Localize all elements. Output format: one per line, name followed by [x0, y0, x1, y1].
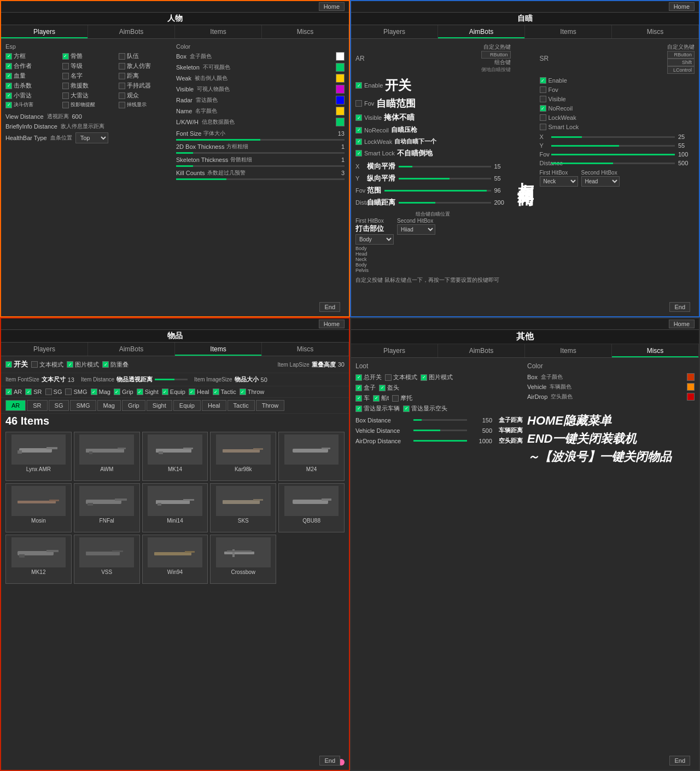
- item-dist-slider[interactable]: [155, 379, 188, 380]
- cb-sr[interactable]: SR: [25, 389, 42, 395]
- ar-lockweak-cb[interactable]: [355, 138, 362, 145]
- sr-x-slider[interactable]: [551, 136, 675, 138]
- ar-visible-cb[interactable]: [355, 114, 362, 121]
- item-mini14[interactable]: Mini14: [142, 483, 208, 532]
- cb-mingzi[interactable]: 名字: [62, 72, 118, 80]
- items-textmode[interactable]: 文本模式: [31, 361, 63, 369]
- cb-guanzhong[interactable]: 观众: [119, 91, 174, 100]
- cb-sight[interactable]: Sight: [137, 389, 159, 395]
- item-mk12[interactable]: MK12: [5, 535, 72, 584]
- cb-direnfanhai[interactable]: 敌人仿害: [119, 62, 174, 70]
- cb-duiwei[interactable]: 队伍: [119, 52, 174, 60]
- cb-tactic[interactable]: Tactic: [213, 389, 236, 395]
- item-vss[interactable]: VSS: [74, 535, 140, 584]
- cb-dengji[interactable]: 等级: [62, 62, 118, 70]
- tab-players-p4[interactable]: Players: [351, 344, 438, 357]
- sr-shift-badge[interactable]: Shift: [667, 59, 695, 66]
- cb-fangkuang[interactable]: 方框: [5, 52, 61, 60]
- cb-smg[interactable]: SMG: [65, 389, 87, 395]
- cb-daleida[interactable]: 大雷达: [62, 91, 118, 100]
- swatch-radar[interactable]: [336, 96, 345, 105]
- tab-players-p2[interactable]: Players: [351, 25, 438, 38]
- swatch-skeleton[interactable]: [336, 63, 345, 72]
- item-m24[interactable]: M24: [278, 432, 345, 481]
- tab-miscs-p1[interactable]: Miscs: [262, 25, 349, 38]
- swatch-lkwh[interactable]: [336, 118, 345, 126]
- sr-lockweak-cb[interactable]: [540, 114, 546, 121]
- cattab-ar[interactable]: AR: [5, 400, 26, 411]
- item-mosin[interactable]: Mosin: [5, 483, 72, 532]
- tab-miscs-p2[interactable]: Miscs: [612, 25, 699, 38]
- cb-che[interactable]: 车: [355, 394, 370, 402]
- cb-shouchiwuqi[interactable]: 手持武器: [119, 82, 174, 90]
- items-enable[interactable]: 开关: [5, 360, 28, 369]
- airdrop-dist-slider[interactable]: [413, 440, 467, 442]
- item-awm[interactable]: AWM: [74, 432, 140, 481]
- swatch-miscs-airdrop[interactable]: [687, 393, 695, 401]
- cb-ar[interactable]: AR: [5, 389, 22, 395]
- ar-enable-cb[interactable]: [355, 82, 362, 89]
- home-button-p2[interactable]: Home: [669, 2, 695, 11]
- cattab-mag[interactable]: Mag: [97, 400, 121, 411]
- tab-aimbots-p1[interactable]: AimBots: [88, 25, 175, 38]
- ar-x-slider[interactable]: [399, 166, 491, 167]
- cb-l-textmode[interactable]: 文本模式: [385, 373, 417, 381]
- rbtn-badge[interactable]: RButton: [481, 51, 511, 59]
- cb-leidaxianshiche[interactable]: 雷达显示车辆: [355, 404, 400, 413]
- tab-players-p1[interactable]: Players: [1, 25, 88, 38]
- tab-aimbots-p4[interactable]: AimBots: [438, 344, 525, 357]
- cattab-sg[interactable]: SG: [49, 400, 69, 411]
- sr-norecoil-cb[interactable]: [540, 105, 546, 112]
- home-button-p3[interactable]: Home: [319, 320, 345, 328]
- cb-l-imgmode[interactable]: 图片模式: [421, 373, 453, 381]
- cb-leidaxianshikoutu[interactable]: 雷达显示空头: [403, 404, 447, 413]
- sr-rbtn-badge[interactable]: RButton: [667, 51, 695, 59]
- ar-fov-slider[interactable]: [384, 190, 491, 192]
- cb-juedou[interactable]: 决斗仿害: [5, 101, 61, 108]
- cb-sg[interactable]: SG: [45, 389, 62, 395]
- tab-items-p3[interactable]: Items: [175, 343, 262, 356]
- cattab-sr[interactable]: SR: [27, 400, 47, 411]
- cattab-heal[interactable]: Heal: [202, 400, 226, 411]
- cb-xueliang[interactable]: 血量: [5, 72, 61, 80]
- ar-norecoil-cb[interactable]: [355, 127, 362, 134]
- items-antioverlap[interactable]: 防重叠: [102, 361, 129, 369]
- cb-motuo[interactable]: 摩托: [392, 394, 412, 402]
- cb-diaoxianxianshi[interactable]: 掉线显示: [119, 101, 174, 108]
- ar-hitbox2-select[interactable]: Hiiad Head: [397, 224, 435, 235]
- ar-hitbox1-select[interactable]: Body Head Neck Pelvis: [355, 234, 394, 245]
- sr-smartlock-cb[interactable]: [540, 124, 546, 130]
- healthbar-dropdown[interactable]: Top: [75, 132, 108, 143]
- swatch-box[interactable]: [336, 52, 345, 61]
- sr-enable-cb[interactable]: [540, 77, 546, 84]
- cb-kuitou[interactable]: 盔头: [379, 384, 399, 392]
- cb-equip[interactable]: Equip: [162, 389, 185, 395]
- cattab-smg[interactable]: SMG: [70, 400, 96, 411]
- sr-hitbox1-select[interactable]: Neck Head: [540, 176, 578, 187]
- cb-throw[interactable]: Throw: [240, 389, 265, 395]
- item-win94[interactable]: Win94: [142, 535, 208, 584]
- item-sks[interactable]: SKS: [210, 483, 276, 532]
- tab-miscs-p4[interactable]: Miscs: [612, 344, 699, 357]
- items-imgmode[interactable]: 图片模式: [67, 361, 99, 369]
- sr-hitbox2-select[interactable]: Head: [581, 176, 620, 187]
- cb-chuan[interactable]: 船t: [373, 394, 389, 402]
- sr-y-slider[interactable]: [551, 145, 675, 147]
- sr-lcontrol-badge[interactable]: LControl: [667, 66, 695, 74]
- cb-grip[interactable]: Grip: [114, 389, 133, 395]
- sr-fov-slider[interactable]: [551, 154, 675, 155]
- tab-players-p3[interactable]: Players: [1, 343, 88, 356]
- vehicle-dist-slider[interactable]: [413, 430, 467, 431]
- swatch-weak[interactable]: [336, 74, 345, 83]
- item-lynxamr[interactable]: Lynx AMR: [5, 432, 72, 481]
- cattab-tactic[interactable]: Tactic: [228, 400, 255, 411]
- ar-fov-cb[interactable]: [355, 100, 362, 107]
- fontsize-slider[interactable]: [176, 139, 345, 141]
- tab-aimbots-p2[interactable]: AimBots: [438, 25, 525, 38]
- tab-items-p4[interactable]: Items: [525, 344, 612, 357]
- swatch-name[interactable]: [336, 107, 345, 115]
- sr-fov-cb[interactable]: [540, 86, 546, 93]
- ar-y-slider[interactable]: [399, 178, 491, 179]
- cb-jiuyuanshu[interactable]: 救援数: [62, 82, 118, 90]
- cb-mag[interactable]: Mag: [91, 389, 110, 395]
